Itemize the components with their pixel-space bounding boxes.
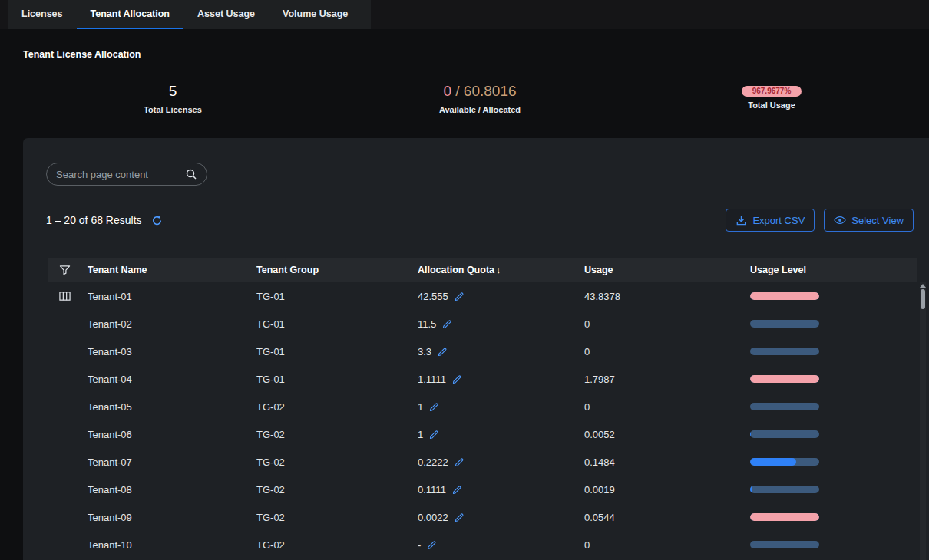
edit-quota-icon[interactable] <box>438 347 448 357</box>
quota-value: 1 <box>418 429 423 440</box>
select-view-label: Select View <box>851 215 904 226</box>
col-header-allocation-quota[interactable]: Allocation Quota↓ <box>412 265 578 275</box>
usage-level-bar <box>750 403 819 410</box>
export-csv-label: Export CSV <box>752 215 805 226</box>
usage-level-bar <box>750 375 819 383</box>
edit-quota-icon[interactable] <box>455 292 464 301</box>
tab-group: Licenses Tenant Allocation Asset Usage V… <box>8 0 371 29</box>
table-row: Tenant-04 TG-01 1.1111 1.7987 <box>48 365 917 393</box>
tab-licenses[interactable]: Licenses <box>8 0 77 29</box>
edit-quota-icon[interactable] <box>452 485 462 495</box>
usage-level-bar <box>750 541 819 548</box>
total-usage-label: Total Usage <box>614 100 929 110</box>
table-row: Tenant-09 TG-02 0.0022 0.0544 <box>48 503 917 531</box>
usage-level-cell <box>744 430 917 438</box>
tenant-table: Tenant Name Tenant Group Allocation Quot… <box>48 258 917 558</box>
tenant-group-cell: TG-01 <box>250 374 412 385</box>
usage-cell: 0 <box>578 346 744 357</box>
edit-quota-icon[interactable] <box>427 540 437 550</box>
filter-icon[interactable] <box>48 265 81 275</box>
usage-level-bar <box>750 320 819 328</box>
refresh-icon[interactable] <box>151 215 163 226</box>
usage-cell: 0.0544 <box>578 512 744 523</box>
tenant-name-cell: Tenant-03 <box>81 346 250 357</box>
usage-level-cell <box>744 292 917 300</box>
usage-cell: 1.7987 <box>578 374 744 385</box>
columns-icon[interactable] <box>48 291 81 301</box>
table-row: Tenant-08 TG-02 0.1111 0.0019 <box>48 476 917 503</box>
quota-value: 1 <box>418 401 423 413</box>
col-header-usage[interactable]: Usage <box>578 265 744 275</box>
search-input[interactable] <box>56 169 179 180</box>
quota-value: 42.555 <box>418 291 448 302</box>
scroll-up-icon[interactable] <box>920 284 926 288</box>
edit-quota-icon[interactable] <box>429 430 439 440</box>
usage-level-cell <box>744 486 917 493</box>
tenant-name-cell: Tenant-06 <box>81 429 250 440</box>
col-header-tenant-name[interactable]: Tenant Name <box>81 265 250 275</box>
usage-level-bar <box>750 486 819 493</box>
allocation-quota-cell: 0.2222 <box>412 456 578 468</box>
col-header-tenant-group[interactable]: Tenant Group <box>250 265 412 275</box>
tenant-name-cell: Tenant-04 <box>81 374 250 385</box>
tenant-group-cell: TG-02 <box>250 539 412 551</box>
quota-value: 11.5 <box>418 318 436 330</box>
usage-cell: 0.0019 <box>578 484 744 496</box>
allocation-quota-cell: 11.5 <box>412 318 578 330</box>
select-view-button[interactable]: Select View <box>824 209 914 232</box>
usage-cell: 0 <box>578 539 744 551</box>
tab-tenant-allocation[interactable]: Tenant Allocation <box>77 0 183 29</box>
allocation-quota-cell: 42.555 <box>412 291 578 302</box>
usage-level-cell <box>744 348 917 355</box>
usage-level-cell <box>744 403 917 410</box>
table-row: Tenant-03 TG-01 3.3 0 <box>48 338 917 365</box>
export-csv-button[interactable]: Export CSV <box>726 209 815 232</box>
tenant-allocation-panel: 1 – 20 of 68 Results Export CSV <box>23 138 929 560</box>
search-box <box>46 163 207 186</box>
tenant-name-cell: Tenant-07 <box>81 456 250 468</box>
tab-volume-usage[interactable]: Volume Usage <box>269 0 362 29</box>
allocation-quota-cell: 1 <box>412 401 578 413</box>
quota-value: 1.1111 <box>418 374 446 385</box>
edit-quota-icon[interactable] <box>429 402 439 412</box>
edit-quota-icon[interactable] <box>455 512 464 522</box>
tenant-name-cell: Tenant-10 <box>81 539 250 551</box>
allocated-value: 60.8016 <box>464 83 517 99</box>
usage-cell: 0 <box>578 318 744 330</box>
allocation-quota-cell: 0.0022 <box>412 512 578 523</box>
tenant-name-cell: Tenant-09 <box>81 512 250 523</box>
table-row: Tenant-06 TG-02 1 0.0052 <box>48 420 917 448</box>
quota-value: 0.2222 <box>418 456 448 468</box>
usage-cell: 0.1484 <box>578 456 744 468</box>
allocation-quota-cell: 1.1111 <box>412 374 578 385</box>
usage-level-bar <box>750 458 819 466</box>
table-row: Tenant-05 TG-02 1 0 <box>48 393 917 420</box>
tenant-group-cell: TG-01 <box>250 291 412 302</box>
edit-quota-icon[interactable] <box>455 457 464 467</box>
table-actions: Export CSV Select View <box>726 209 914 232</box>
usage-level-cell <box>744 458 917 466</box>
tenant-group-cell: TG-01 <box>250 318 412 330</box>
stat-total-usage: 967.9677% Total Usage <box>614 81 929 114</box>
eye-icon <box>834 216 846 225</box>
quota-value: 3.3 <box>418 346 431 357</box>
quota-value: - <box>418 539 421 551</box>
table-row: Tenant-02 TG-01 11.5 0 <box>48 310 917 338</box>
col-header-usage-level[interactable]: Usage Level <box>744 265 917 275</box>
vertical-scrollbar[interactable] <box>920 282 926 560</box>
usage-level-bar <box>750 430 819 438</box>
tenant-group-cell: TG-02 <box>250 401 412 413</box>
table-row: Tenant-01 TG-01 42.555 43.8378 <box>48 282 917 310</box>
edit-quota-icon[interactable] <box>452 374 462 384</box>
usage-level-cell <box>744 541 917 548</box>
scrollbar-thumb[interactable] <box>921 289 925 309</box>
total-usage-badge: 967.9677% <box>742 86 802 97</box>
tenant-name-cell: Tenant-01 <box>81 291 250 302</box>
tab-bar: Licenses Tenant Allocation Asset Usage V… <box>0 0 929 29</box>
quota-value: 0.0022 <box>418 512 448 523</box>
quota-value: 0.1111 <box>418 484 446 496</box>
tab-asset-usage[interactable]: Asset Usage <box>183 0 269 29</box>
usage-cell: 0.0052 <box>578 429 744 440</box>
search-icon[interactable] <box>185 168 197 180</box>
edit-quota-icon[interactable] <box>442 319 452 329</box>
